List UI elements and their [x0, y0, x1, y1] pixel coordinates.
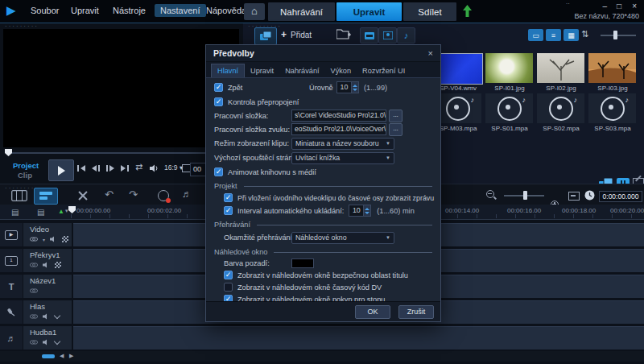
library-item-image[interactable] [588, 53, 636, 83]
loop-icon[interactable]: ⇄ [135, 162, 142, 172]
clock-icon[interactable] [584, 190, 595, 201]
add-track-icon[interactable]: ▤ [37, 208, 44, 217]
view-grid-button[interactable]: ▦ [564, 29, 579, 41]
video-track-icon[interactable]: ▶ [0, 223, 23, 246]
work-folder-browse-button[interactable]: ... [389, 110, 402, 122]
playback-target-select[interactable]: Náhledové okno ▼ [291, 232, 394, 244]
timeline-playhead[interactable] [68, 206, 76, 213]
animate-library-checkbox[interactable]: ✓ [214, 168, 223, 176]
insert-message-checkbox[interactable]: ✓ [224, 193, 233, 202]
volume-icon[interactable] [150, 164, 159, 172]
autosave-checkbox[interactable]: ✓ [224, 206, 233, 215]
close-icon[interactable]: × [632, 2, 637, 10]
media-library-button[interactable] [254, 27, 277, 45]
audio-folder-input[interactable]: eoStudio Pro\21.0\VoiceOver\ [291, 123, 386, 135]
scroll-right-icon[interactable]: ▶ [69, 353, 73, 359]
jump-end-icon[interactable] [121, 165, 129, 172]
link-icon[interactable] [30, 262, 38, 268]
link-icon[interactable] [30, 313, 38, 320]
work-folder-input[interactable]: s\Corel VideoStudio Pro\21.0\ [291, 110, 386, 122]
view-thumbnail-button[interactable]: ▭ [528, 29, 543, 41]
music-track-lane[interactable] [73, 326, 644, 350]
audio-folder-browse-button[interactable]: ... [389, 123, 402, 136]
timeline-view-button[interactable] [34, 188, 58, 205]
spinner-down-icon[interactable] [353, 89, 357, 91]
dialog-close-icon[interactable]: × [428, 48, 433, 58]
track-manager-icon[interactable]: ▤ [11, 208, 19, 217]
thumb-size-slider[interactable] [601, 35, 636, 36]
library-item-image[interactable] [485, 53, 533, 83]
clip-mode-label[interactable]: Clip [18, 171, 32, 180]
voice-track-icon[interactable] [0, 300, 23, 324]
scroll-left-icon[interactable]: ◀ [60, 353, 64, 359]
chevron-down-icon[interactable] [54, 338, 60, 345]
startup-page-select[interactable]: Uvítací knížka ▼ [291, 152, 394, 164]
scrubber-track[interactable] [6, 152, 237, 154]
tab-sdilet[interactable]: Sdílet [403, 2, 456, 21]
sort-icon[interactable]: ⇅ [581, 29, 588, 39]
library-item-audio[interactable]: ♪ [537, 93, 584, 123]
library-item-audio[interactable]: ♪ [588, 93, 636, 123]
home-icon[interactable]: ⌂ [244, 3, 265, 20]
link-icon[interactable] [30, 236, 38, 242]
speaker-icon[interactable] [50, 236, 57, 242]
dv-timecode-checkbox[interactable] [224, 283, 233, 292]
record-export-icon[interactable] [158, 190, 169, 201]
step-back-icon[interactable] [92, 165, 100, 172]
link-icon[interactable] [30, 339, 38, 345]
undo-checkbox[interactable]: ✓ [214, 83, 223, 92]
speaker-icon[interactable] [43, 313, 50, 320]
storyboard-view-icon[interactable] [11, 190, 27, 201]
tab-nahravani[interactable]: Nahrávání [268, 2, 335, 21]
minimize-icon[interactable]: – [602, 2, 607, 10]
marker-caret-icon[interactable]: ▾ [65, 208, 68, 214]
filter-video-button[interactable] [360, 27, 378, 43]
menu-nastroje[interactable]: Nástroje [113, 6, 146, 15]
dialog-tab-upravit[interactable]: Upravit [245, 64, 279, 77]
music-track-icon[interactable]: ♬ [0, 326, 23, 350]
play-button[interactable] [48, 159, 74, 181]
spinner-up-icon[interactable] [365, 208, 369, 210]
safe-area-checkbox[interactable]: ✓ [224, 271, 233, 279]
fit-timeline-icon[interactable] [568, 192, 580, 201]
clip-display-select[interactable]: Miniatura a název souboru ▼ [291, 138, 394, 150]
dialog-tab-rozvrzeni[interactable]: Rozvržení UI [357, 64, 411, 77]
menu-nastaveni[interactable]: Nastavení [155, 4, 206, 17]
overlay-track-icon[interactable]: 1 [0, 249, 23, 272]
maximize-icon[interactable]: □ [617, 2, 621, 10]
undo-levels-spinner[interactable]: 10 [336, 81, 359, 93]
tools-icon[interactable] [77, 190, 89, 201]
overflow-icon[interactable]: ·· [566, 0, 570, 7]
step-forward-icon[interactable] [106, 165, 114, 172]
dialog-tab-nahravani[interactable]: Nahrávání [279, 64, 324, 77]
zoom-out-icon[interactable] [486, 190, 497, 201]
redo-icon[interactable]: ↷ [129, 188, 138, 201]
sound-mixer-icon[interactable]: ♬ [182, 188, 192, 200]
link-icon[interactable] [30, 287, 38, 294]
ok-button[interactable]: OK [355, 305, 390, 319]
cancel-button[interactable]: Zrušit [398, 305, 434, 319]
filter-photo-button[interactable] [378, 27, 397, 43]
menu-napoveda[interactable]: Nápověda [206, 6, 246, 15]
scrollbar-thumb[interactable] [42, 354, 55, 358]
speaker-icon[interactable] [43, 339, 50, 345]
project-mode-label[interactable]: Project [13, 161, 39, 170]
spinner-down-icon[interactable] [365, 212, 369, 214]
mosaic-icon[interactable] [62, 236, 68, 242]
library-item-audio[interactable]: ♪ [485, 93, 533, 123]
add-label[interactable]: Přidat [291, 31, 312, 39]
chapter-marker-icon[interactable]: ▲ [58, 208, 64, 215]
add-folder-icon[interactable] [336, 28, 351, 39]
view-list-button[interactable]: ≡ [546, 29, 561, 41]
aspect-ratio-selector[interactable]: 16:9 ▾ [164, 163, 183, 172]
add-plus-icon[interactable]: + [281, 29, 287, 40]
dialog-tab-hlavni[interactable]: Hlavní [211, 64, 245, 77]
spinner-up-icon[interactable] [353, 85, 357, 87]
library-item-image[interactable] [537, 53, 584, 83]
bg-color-swatch[interactable] [291, 259, 314, 268]
autosave-spinner[interactable]: 10 [349, 205, 371, 217]
speaker-icon[interactable] [43, 262, 50, 268]
menu-soubor[interactable]: Soubor [31, 6, 59, 15]
dialog-tab-vykon[interactable]: Výkon [325, 64, 357, 77]
panel-drag-handle[interactable]: ········· [5, 25, 39, 28]
